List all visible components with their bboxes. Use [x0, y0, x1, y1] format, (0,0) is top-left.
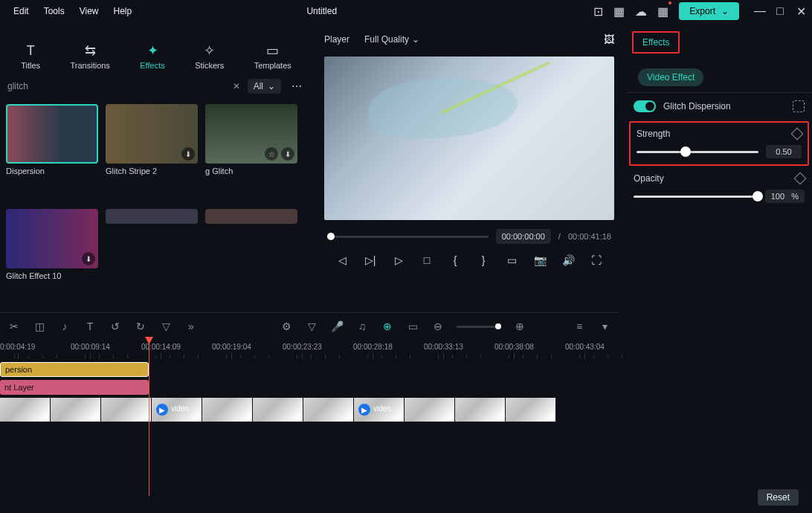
strength-slider[interactable]	[637, 151, 758, 153]
prev-frame-button[interactable]: ◁	[336, 254, 348, 266]
opacity-slider[interactable]	[634, 196, 758, 198]
tab-effects[interactable]: ✦ Effects	[134, 39, 170, 74]
effect-item[interactable]: ⬇ Glitch Stripe 2	[106, 104, 198, 201]
fullscreen-icon[interactable]: ⛶	[590, 254, 602, 266]
video-track[interactable]	[0, 398, 556, 422]
save-icon[interactable]: ▦	[613, 4, 625, 19]
aspect-icon[interactable]: ▭	[406, 320, 419, 333]
play-button[interactable]: ▷	[393, 254, 405, 266]
stop-button[interactable]: □	[421, 254, 433, 266]
progress-thumb[interactable]	[327, 233, 335, 240]
zoom-slider[interactable]	[457, 326, 501, 328]
effects-icon: ✦	[145, 43, 160, 58]
effect-item[interactable]: Dispersion	[6, 104, 98, 201]
keyframe-icon[interactable]	[791, 128, 804, 141]
zoom-out-button[interactable]: ⊖	[431, 320, 445, 333]
tab-titles[interactable]: T Titles	[15, 39, 46, 74]
effect-clip[interactable]: persion	[0, 362, 149, 377]
strength-value[interactable]: 0.50	[766, 145, 802, 158]
opacity-value[interactable]: 100 %	[765, 190, 805, 203]
volume-icon[interactable]: 🔊	[562, 254, 574, 266]
menu-edit[interactable]: Edit	[6, 3, 36, 19]
crop-icon[interactable]: ◫	[33, 320, 46, 333]
text-tool-icon[interactable]: T	[83, 320, 97, 333]
effect-item-label: Glitch Effect 10	[6, 271, 98, 280]
expand-icon[interactable]: »	[184, 320, 198, 333]
search-row: glitch ✕ All ⌄ ⋯	[0, 74, 312, 98]
effects-properties-tab[interactable]: Effects	[632, 31, 680, 54]
progress-slider[interactable]	[327, 236, 489, 238]
top-menu-bar: Edit Tools View Help Untitled ⊡ ▦ ☁ ▦ Ex…	[0, 0, 812, 22]
effect-thumb: ☆ ⬇	[205, 104, 297, 164]
camera-icon[interactable]: 📷	[534, 254, 546, 266]
topbar-icon-group: ⊡ ▦ ☁ ▦	[593, 4, 668, 19]
strength-label: Strength	[637, 129, 670, 139]
mic-icon[interactable]: 🎤	[330, 320, 344, 333]
speed-icon[interactable]: ♪	[58, 320, 71, 333]
effect-thumb	[6, 104, 98, 164]
marker-tool-icon[interactable]: ▽	[159, 320, 173, 333]
tab-templates[interactable]: ▭ Templates	[248, 39, 297, 74]
minimize-button[interactable]: —	[754, 4, 764, 19]
slider-thumb[interactable]	[680, 146, 691, 157]
more-options-button[interactable]: ⋯	[289, 80, 305, 92]
maximize-button[interactable]: □	[775, 4, 785, 19]
download-icon[interactable]: ⬇	[82, 252, 95, 265]
opacity-unit: %	[791, 192, 799, 201]
opacity-label: Opacity	[634, 173, 664, 184]
keyframe-icon[interactable]	[794, 172, 807, 185]
effect-enable-toggle[interactable]	[634, 100, 656, 112]
timeline-ruler[interactable]: 0:00:04:1900:00:09:1400:00:14:0900:00:19…	[0, 340, 619, 362]
magnet-snap-icon[interactable]: ⊕	[381, 320, 394, 333]
effect-item[interactable]: ⬇ Glitch Effect 10	[6, 209, 98, 306]
mark-in-button[interactable]: {	[449, 254, 461, 266]
effect-item[interactable]: ☆ ⬇ g Glitch	[205, 104, 297, 201]
tab-stickers[interactable]: ✧ Stickers	[189, 39, 230, 74]
export-button[interactable]: Export ⌄	[679, 2, 739, 20]
slider-thumb[interactable]	[753, 191, 763, 201]
mark-out-button[interactable]: }	[477, 254, 489, 266]
track-list-icon[interactable]: ≡	[573, 320, 586, 333]
reset-button[interactable]: Reset	[758, 489, 799, 506]
close-button[interactable]: ✕	[796, 4, 806, 19]
search-input[interactable]: glitch	[7, 81, 225, 91]
shield-icon[interactable]: ▽	[305, 320, 318, 333]
redo-icon[interactable]: ↻	[134, 320, 147, 333]
undo-icon[interactable]: ↺	[109, 320, 122, 333]
display-icon[interactable]: ▭	[506, 254, 518, 266]
chevron-down-icon: ⌄	[268, 81, 275, 91]
favorite-icon[interactable]: ☆	[265, 147, 278, 161]
effect-thumb	[205, 209, 297, 224]
reset-effect-icon[interactable]	[793, 100, 805, 112]
video-preview[interactable]	[324, 57, 614, 220]
effect-item-label: g Glitch	[205, 167, 297, 175]
tab-transitions[interactable]: ⇆ Transitions	[64, 39, 115, 74]
timeline-tracks[interactable]: persion nt Layer	[0, 362, 619, 496]
clear-search-button[interactable]: ✕	[233, 81, 240, 91]
cloud-icon[interactable]: ☁	[635, 4, 647, 19]
filter-dropdown[interactable]: All ⌄	[248, 79, 281, 94]
timeline-area: ✂ ◫ ♪ T ↺ ↻ ▽ » ⚙ ▽ 🎤 ♫ ⊕ ▭ ⊖ ⊕ ≡ ▾ 0:00…	[0, 312, 619, 512]
player-label: Player	[324, 34, 349, 45]
quality-dropdown[interactable]: Full Quality	[360, 32, 421, 47]
effect-item[interactable]	[106, 209, 198, 306]
screen-icon[interactable]: ⊡	[593, 4, 603, 19]
cut-icon[interactable]: ✂	[7, 320, 21, 333]
download-icon[interactable]: ⬇	[281, 147, 294, 161]
settings-gear-icon[interactable]: ⚙	[280, 320, 293, 333]
tab-templates-label: Templates	[254, 61, 291, 70]
music-note-icon[interactable]: ♫	[355, 320, 369, 333]
titles-icon: T	[23, 43, 38, 58]
step-back-button[interactable]: ▷|	[364, 254, 376, 266]
zoom-in-button[interactable]: ⊕	[513, 320, 526, 333]
grid-icon[interactable]: ▦	[657, 4, 668, 19]
effect-item[interactable]	[205, 209, 297, 306]
playhead[interactable]	[149, 340, 149, 496]
video-effect-badge[interactable]: Video Effect	[638, 68, 703, 86]
download-icon[interactable]: ⬇	[181, 147, 195, 161]
track-options-icon[interactable]: ▾	[598, 320, 611, 333]
adjustment-clip[interactable]: nt Layer	[0, 380, 149, 395]
snapshot-icon[interactable]: 🖼	[604, 33, 614, 45]
project-title: Untitled	[50, 6, 593, 16]
current-time: 00:00:00:00	[496, 229, 551, 244]
